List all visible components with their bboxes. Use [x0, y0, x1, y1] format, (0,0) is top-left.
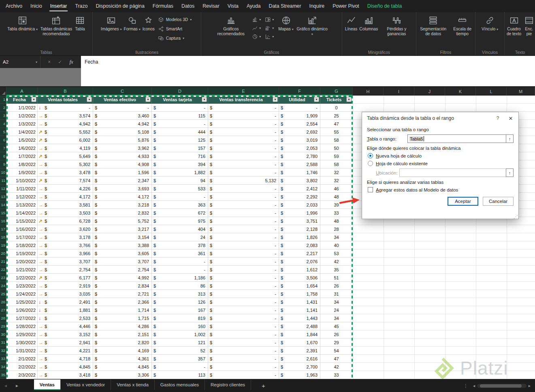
cell-ventas-efectivo[interactable]: $3,605 [93, 249, 152, 258]
cell-ventas-efectivo[interactable]: $5,752 [93, 217, 152, 225]
row-header-23[interactable]: 23 [0, 274, 6, 282]
cell-fecha[interactable]: 1/11/2022 [6, 185, 38, 193]
cell-tickets[interactable]: 29 [320, 339, 353, 347]
cell-ventas-tarjeta[interactable]: $975 [152, 217, 208, 225]
row-header-28[interactable]: 28 [0, 314, 6, 322]
cell-ventas-transferencia[interactable]: $- [208, 347, 279, 355]
ribbon-tab-diseno-de-tabla[interactable]: Diseño de tabla [363, 0, 406, 12]
ribbon-tab-formulas[interactable]: Fórmulas [149, 0, 177, 12]
cell-tickets[interactable]: 24 [320, 306, 353, 314]
cell-fecha[interactable]: 1/3/2022 [6, 120, 38, 128]
cell-utilidad[interactable]: $2,053 [279, 144, 320, 152]
cell-ventas-transferencia[interactable]: $- [208, 185, 279, 193]
row-header-32[interactable]: 32 [0, 347, 6, 355]
formula-bar-expanded-area[interactable] [81, 68, 535, 86]
cell-fecha[interactable]: 1/24/2022 [6, 290, 38, 298]
cell-ventas-transferencia[interactable]: $- [208, 136, 279, 144]
ribbon-button-hierarchy-chart[interactable]: ▾ [265, 17, 274, 23]
cell-ventas-tarjeta[interactable]: $404 [152, 225, 208, 233]
cell-fecha[interactable]: 1/10/2022 [6, 177, 38, 185]
cell-ventas-efectivo[interactable]: $1,596 [93, 168, 152, 177]
cell-ventas-efectivo[interactable]: $3,962 [93, 144, 152, 152]
cell-ventas-efectivo[interactable]: $5,108 [93, 128, 152, 136]
table-header-ventas-totales[interactable]: Ventas totales▼ [38, 96, 93, 104]
cell-utilidad[interactable]: $1,758 [279, 290, 320, 298]
sheet-tab-ventas-x-tienda[interactable]: Ventas x tienda [111, 379, 155, 390]
cell-fecha[interactable]: 1/5/2022 [6, 136, 38, 144]
cell-fecha[interactable]: 1/4/2022 [6, 128, 38, 136]
cell-ventas-transferencia[interactable]: $- [208, 217, 279, 225]
cell-ventas-transferencia[interactable]: $- [208, 193, 279, 201]
cell-ventas-tarjeta[interactable]: $313 [152, 290, 208, 298]
ribbon-button-iconos[interactable]: Iconos [142, 13, 156, 49]
cell-fecha[interactable]: 1/28/2022 [6, 322, 38, 330]
insert-function-icon[interactable]: fx [69, 59, 73, 65]
ribbon-button-segmentacion-de-datos[interactable]: Segmentación de datos [417, 13, 450, 49]
cell-utilidad[interactable]: $2,700 [279, 363, 320, 371]
cell-utilidad[interactable]: $1,141 [279, 306, 320, 314]
cell-ventas-efectivo[interactable]: $2,834 [93, 282, 152, 290]
cell-tickets[interactable]: 26 [320, 282, 353, 290]
cell-fecha[interactable]: 1/14/2022 [6, 209, 38, 217]
cell-tickets[interactable]: 50 [320, 144, 353, 152]
cell-fecha[interactable]: 1/19/2022 [6, 249, 38, 258]
column-header-e[interactable]: E [208, 87, 279, 96]
cell-ventas-totales[interactable]: →$4,718 [38, 355, 93, 363]
cell-ventas-efectivo[interactable]: $2,151 [93, 330, 152, 339]
cancel-icon[interactable]: × [48, 59, 51, 65]
cell-utilidad[interactable]: $1,612 [279, 266, 320, 274]
cell-ventas-efectivo[interactable]: $3,217 [93, 225, 152, 233]
cell-ventas-efectivo[interactable]: $3,306 [93, 371, 152, 379]
cell-ventas-transferencia[interactable]: $- [208, 225, 279, 233]
cell-utilidad[interactable]: $2,554 [279, 120, 320, 128]
cell-ventas-efectivo[interactable]: $4,942 [93, 120, 152, 128]
cell-tickets[interactable]: 33 [320, 371, 353, 379]
cell-ventas-transferencia[interactable]: $- [208, 128, 279, 136]
cell-ventas-totales[interactable]: →$4,221 [38, 347, 93, 355]
ribbon-tab-insertar[interactable]: Insertar [46, 0, 71, 12]
tab-splitter-icon[interactable]: ⋮ [463, 383, 468, 389]
cell-ventas-totales[interactable]: →$4,226 [38, 185, 93, 193]
cell-ventas-tarjeta[interactable]: $- [152, 104, 208, 112]
cell-fecha[interactable]: 1/6/2022 [6, 144, 38, 152]
filter-dropdown-icon[interactable]: ▼ [87, 97, 92, 102]
cell-fecha[interactable]: 1/8/2022 [6, 160, 38, 168]
cell-ventas-efectivo[interactable]: $- [93, 104, 152, 112]
cell-ventas-tarjeta[interactable]: $533 [152, 185, 208, 193]
radio-selected-icon[interactable] [368, 153, 373, 158]
row-header-31[interactable]: 31 [0, 339, 6, 347]
table-header-fecha[interactable]: Fecha▼ [6, 96, 38, 104]
cell-ventas-transferencia[interactable]: $- [208, 144, 279, 152]
cell-ventas-totales[interactable]: →$3,418 [38, 371, 93, 379]
scroll-right-icon[interactable]: ► [526, 384, 533, 388]
cell-ventas-transferencia[interactable]: $- [208, 249, 279, 258]
column-header-b[interactable]: B [38, 87, 93, 96]
ribbon-button-tabla[interactable]: Tabla [74, 13, 86, 49]
cell-utilidad[interactable]: $1,826 [279, 233, 320, 241]
cell-ventas-totales[interactable]: ↗$6,002 [38, 136, 93, 144]
cell-fecha[interactable]: 1/15/2022 [6, 217, 38, 225]
cell-fecha[interactable]: 1/1/2022 [6, 104, 38, 112]
cell-ventas-totales[interactable]: →$3,766 [38, 241, 93, 249]
cell-ventas-transferencia[interactable]: $- [208, 209, 279, 217]
cell-ventas-tarjeta[interactable]: $361 [152, 249, 208, 258]
column-header-j[interactable]: J [414, 87, 445, 96]
cell-ventas-transferencia[interactable]: $- [208, 306, 279, 314]
ribbon-button-tablas-dinamicas-recomendadas[interactable]: Tablas dinámicas recomendadas [39, 13, 74, 49]
cell-tickets[interactable]: 42 [320, 363, 353, 371]
row-header-26[interactable]: 26 [0, 298, 6, 306]
cell-ventas-efectivo[interactable]: $4,286 [93, 322, 152, 330]
cell-ventas-transferencia[interactable]: $- [208, 120, 279, 128]
cell-utilidad[interactable]: $1,654 [279, 282, 320, 290]
cell-tickets[interactable]: 55 [320, 128, 353, 136]
cell-ventas-totales[interactable]: ↓$2,491 [38, 298, 93, 306]
cell-ventas-efectivo[interactable]: $2,366 [93, 298, 152, 306]
cell-ventas-totales[interactable]: →$4,446 [38, 322, 93, 330]
name-box[interactable]: A2 ▾ [0, 56, 40, 68]
ribbon-button-column-chart[interactable]: ▾ [252, 17, 261, 23]
ribbon-button-pie-chart[interactable]: ▾ [252, 34, 261, 40]
cell-ventas-tarjeta[interactable]: $- [152, 120, 208, 128]
ribbon-button-perdidas-y-ganancias[interactable]: Pérdidas y ganancias [379, 13, 414, 49]
sheet-tab-registro-clientes[interactable]: Registro clientes [205, 379, 251, 390]
cell-utilidad[interactable]: $2,488 [279, 322, 320, 330]
